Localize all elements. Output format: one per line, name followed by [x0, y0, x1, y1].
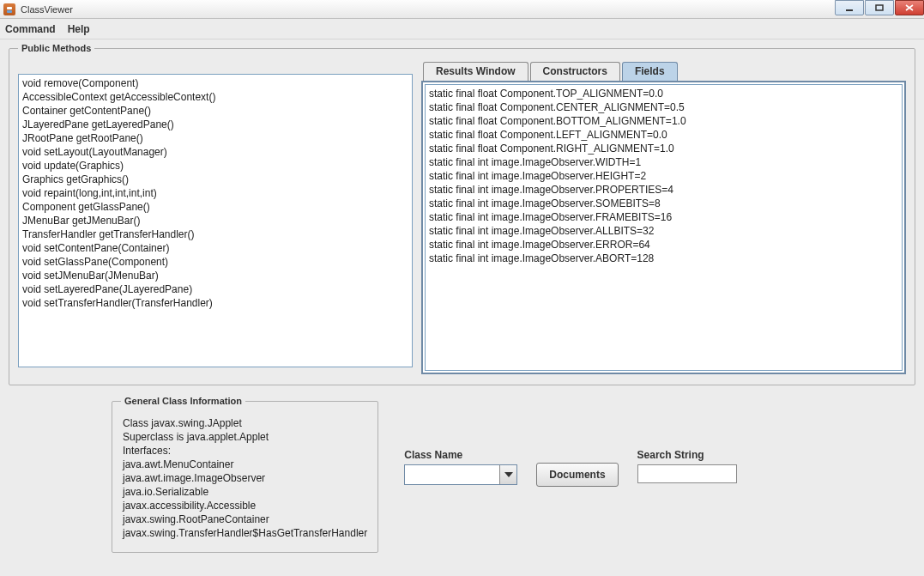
field-item[interactable]: static final int image.ImageObserver.ALL…: [429, 224, 898, 238]
class-name-dropdown-button[interactable]: [499, 465, 516, 484]
maximize-button[interactable]: [865, 0, 894, 15]
svg-rect-0: [846, 9, 853, 11]
gci-line: Interfaces:: [123, 444, 367, 458]
window-title: ClassViewer: [21, 4, 73, 15]
public-methods-legend: Public Methods: [18, 43, 94, 53]
tab-results-window[interactable]: Results Window: [423, 62, 528, 81]
gci-line: java.awt.image.ImageObserver: [123, 471, 367, 485]
gci-line: Class javax.swing.JApplet: [123, 416, 367, 430]
window-buttons: [834, 0, 924, 17]
class-name-input[interactable]: [405, 465, 499, 484]
field-item[interactable]: static final int image.ImageObserver.SOM…: [429, 197, 898, 210]
field-item[interactable]: static final int image.ImageObserver.ERR…: [429, 238, 898, 252]
tab-fields[interactable]: Fields: [622, 62, 678, 81]
method-item[interactable]: Component getGlassPane(): [22, 200, 408, 214]
method-item[interactable]: AccessibleContext getAccessibleContext(): [22, 90, 408, 104]
method-item[interactable]: void setLayout(LayoutManager): [22, 145, 408, 159]
method-item[interactable]: JRootPane getRootPane(): [22, 131, 408, 145]
method-item[interactable]: Container getContentPane(): [22, 104, 408, 118]
tab-constructors[interactable]: Constructors: [530, 62, 620, 81]
field-item[interactable]: static final float Component.RIGHT_ALIGN…: [429, 142, 898, 155]
public-methods-list[interactable]: void remove(Component)AccessibleContext …: [18, 74, 413, 367]
app-icon: [3, 3, 15, 15]
close-button[interactable]: [895, 0, 924, 15]
field-item[interactable]: static final int image.ImageObserver.ABO…: [429, 252, 898, 265]
gci-line: java.io.Serializable: [123, 485, 367, 499]
method-item[interactable]: Graphics getGraphics(): [22, 173, 408, 186]
controls-row: Class Name Documents Search String: [404, 449, 736, 487]
method-item[interactable]: void remove(Component): [22, 76, 408, 90]
content-area: Public Methods void remove(Component)Acc…: [0, 39, 924, 561]
menu-help[interactable]: Help: [68, 23, 90, 35]
minimize-button[interactable]: [835, 0, 864, 15]
method-item[interactable]: JMenuBar getJMenuBar(): [22, 214, 408, 227]
method-item[interactable]: void setJMenuBar(JMenuBar): [22, 269, 408, 282]
gci-legend: General Class Information: [121, 396, 245, 406]
field-item[interactable]: static final float Component.LEFT_ALIGNM…: [429, 128, 898, 142]
field-item[interactable]: static final int image.ImageObserver.WID…: [429, 155, 898, 169]
field-item[interactable]: static final float Component.CENTER_ALIG…: [429, 100, 898, 114]
gci-text: Class javax.swing.JAppletSuperclass is j…: [121, 415, 369, 542]
search-string-group: Search String: [637, 449, 737, 483]
svg-rect-1: [876, 5, 883, 10]
search-string-input[interactable]: [637, 464, 737, 483]
method-item[interactable]: TransferHandler getTransferHandler(): [22, 227, 408, 241]
method-item[interactable]: JLayeredPane getLayeredPane(): [22, 118, 408, 131]
title-bar: ClassViewer: [0, 0, 924, 19]
class-name-combo[interactable]: [404, 464, 517, 485]
gci-line: javax.swing.TransferHandler$HasGetTransf…: [123, 526, 367, 540]
class-name-label: Class Name: [404, 449, 517, 461]
method-item[interactable]: void update(Graphics): [22, 159, 408, 173]
method-item[interactable]: void setContentPane(Container): [22, 241, 408, 255]
minimize-icon: [845, 4, 854, 11]
method-item[interactable]: void setTransferHandler(TransferHandler): [22, 296, 408, 310]
tabs-bar: Results WindowConstructorsFields: [423, 62, 906, 81]
gci-line: java.awt.MenuContainer: [123, 458, 367, 471]
field-item[interactable]: static final int image.ImageObserver.PRO…: [429, 183, 898, 197]
method-item[interactable]: void setLayeredPane(JLayeredPane): [22, 282, 408, 296]
field-item[interactable]: static final float Component.BOTTOM_ALIG…: [429, 114, 898, 128]
gci-line: Superclass is java.applet.Applet: [123, 430, 367, 444]
maximize-icon: [875, 4, 884, 11]
field-item[interactable]: static final int image.ImageObserver.FRA…: [429, 210, 898, 224]
field-item[interactable]: static final float Component.TOP_ALIGNME…: [429, 87, 898, 100]
close-icon: [905, 4, 914, 11]
field-item[interactable]: static final int image.ImageObserver.HEI…: [429, 169, 898, 183]
method-item[interactable]: void repaint(long,int,int,int,int): [22, 186, 408, 200]
documents-button-label: Documents: [549, 469, 605, 481]
public-methods-panel: Public Methods void remove(Component)Acc…: [9, 43, 915, 385]
menu-command[interactable]: Command: [5, 23, 56, 35]
gci-line: javax.swing.RootPaneContainer: [123, 512, 367, 526]
method-item[interactable]: void setGlassPane(Component): [22, 255, 408, 269]
search-string-label: Search String: [637, 449, 737, 461]
fields-panel: static final float Component.TOP_ALIGNME…: [421, 81, 906, 374]
class-name-group: Class Name: [404, 449, 517, 485]
fields-list[interactable]: static final float Component.TOP_ALIGNME…: [425, 84, 903, 371]
chevron-down-icon: [504, 472, 513, 477]
general-class-info-panel: General Class Information Class javax.sw…: [112, 396, 378, 553]
documents-button[interactable]: Documents: [536, 463, 618, 487]
gci-line: javax.accessibility.Accessible: [123, 499, 367, 512]
menu-bar: Command Help: [0, 19, 924, 39]
